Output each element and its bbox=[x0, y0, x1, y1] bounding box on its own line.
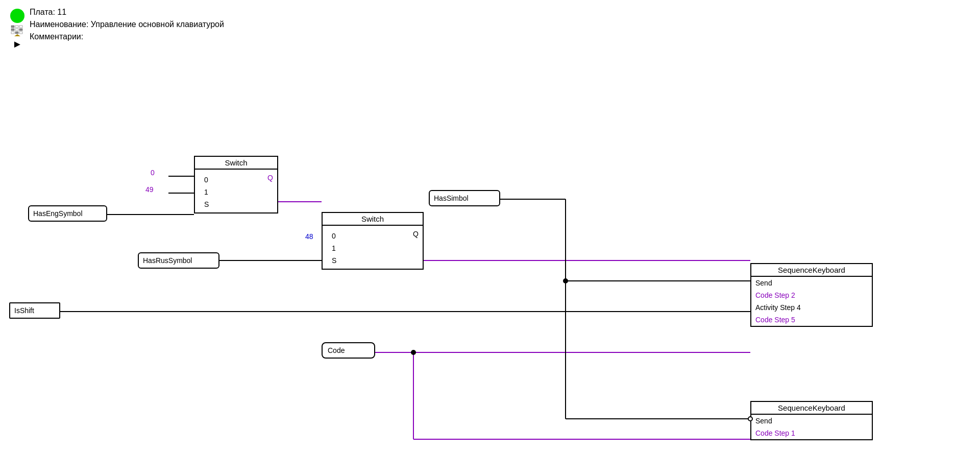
switch2-box: Switch 0 1 S Q bbox=[322, 212, 424, 270]
status-green-circle bbox=[10, 9, 24, 23]
isShift-label: IsShift bbox=[14, 306, 34, 315]
plate-label: Плата: 11 bbox=[30, 8, 224, 17]
header-icons: ► bbox=[10, 8, 24, 50]
switch1-val49: 49 bbox=[145, 185, 154, 194]
comment-label: Комментарии: bbox=[30, 32, 224, 41]
svg-rect-6 bbox=[11, 32, 14, 34]
switch1-port0: 0 bbox=[199, 174, 273, 186]
switch2-title: Switch bbox=[323, 213, 423, 226]
seq1-box: SequenceKeyboard Send Code Step 2 Activi… bbox=[750, 263, 873, 327]
seq1-title: SequenceKeyboard bbox=[751, 264, 872, 277]
svg-rect-2 bbox=[19, 26, 22, 28]
switch2-portS: S bbox=[327, 254, 419, 267]
switch2-portQ: Q bbox=[413, 230, 419, 238]
switch1-box: Switch 0 1 S Q bbox=[194, 156, 278, 213]
svg-rect-4 bbox=[15, 29, 18, 31]
junction-dot-1 bbox=[563, 278, 568, 283]
switch1-portS: S bbox=[199, 198, 273, 210]
svg-rect-0 bbox=[11, 26, 14, 28]
switch1-portQ: Q bbox=[267, 174, 273, 182]
switch2-port1: 1 bbox=[327, 242, 419, 254]
hasEngsymbol-label: HasEngSymbol bbox=[33, 209, 83, 218]
isShift-box: IsShift bbox=[9, 302, 60, 319]
seq1-activitystep4: Activity Step 4 bbox=[751, 301, 872, 314]
svg-rect-7 bbox=[15, 32, 18, 34]
junction-dot-2 bbox=[411, 350, 416, 355]
svg-marker-9 bbox=[14, 34, 20, 36]
code-label: Code bbox=[328, 346, 345, 354]
switch2-port0: 0 bbox=[327, 230, 419, 242]
seq2-codestep1: Code Step 1 bbox=[751, 427, 872, 439]
hasRusSymbol-label: HasRusSymbol bbox=[143, 256, 192, 265]
switch1-port1: 1 bbox=[199, 186, 273, 198]
switch1-val0: 0 bbox=[151, 169, 155, 177]
hasSimbol-label: HasSimbol bbox=[434, 194, 469, 202]
switch2-val48: 48 bbox=[305, 232, 313, 241]
hasRusSymbol-box: HasRusSymbol bbox=[138, 252, 219, 269]
seq2-send: Send bbox=[751, 415, 872, 427]
svg-rect-3 bbox=[11, 29, 14, 31]
open-circle-1 bbox=[748, 416, 753, 421]
code-box: Code bbox=[322, 342, 375, 359]
hasSimbol-box: HasSimbol bbox=[429, 190, 500, 206]
seq2-box: SequenceKeyboard Send Code Step 1 bbox=[750, 401, 873, 440]
svg-rect-8 bbox=[19, 32, 22, 34]
seq1-send: Send bbox=[751, 277, 872, 289]
seq1-codestep5: Code Step 5 bbox=[751, 314, 872, 326]
arrow-icon: ► bbox=[10, 38, 24, 50]
data-icon bbox=[10, 25, 24, 36]
switch1-title: Switch bbox=[195, 157, 277, 170]
seq2-title: SequenceKeyboard bbox=[751, 402, 872, 415]
hasEngsymbol-box: HasEngSymbol bbox=[28, 205, 107, 222]
svg-rect-5 bbox=[19, 29, 22, 31]
name-label: Наименование: Управление основной клавиа… bbox=[30, 20, 224, 29]
diagram: 0 49 48 Switch 0 1 S Q Switch 0 1 S Q Ha… bbox=[0, 66, 980, 475]
header: ► Плата: 11 Наименование: Управление осн… bbox=[10, 8, 224, 50]
header-text: Плата: 11 Наименование: Управление основ… bbox=[30, 8, 224, 41]
seq1-codestep2: Code Step 2 bbox=[751, 289, 872, 301]
svg-rect-1 bbox=[15, 26, 18, 28]
